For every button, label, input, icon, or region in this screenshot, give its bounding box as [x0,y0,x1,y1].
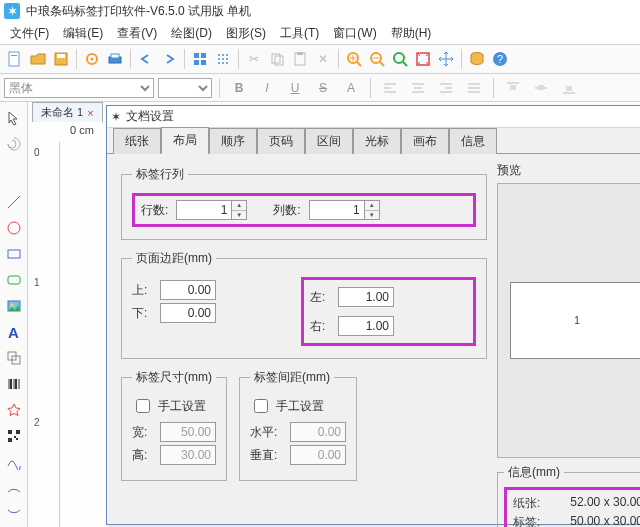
valign-bottom-icon[interactable] [557,77,581,99]
paper-size-key: 纸张: [513,495,540,512]
height-label: 高: [132,447,154,464]
arch-tool-icon[interactable] [2,502,26,526]
menu-view[interactable]: 查看(V) [111,23,163,44]
margin-top-input[interactable]: 0.00 [160,280,216,300]
info-legend: 信息(mm) [504,464,564,481]
align-center-icon[interactable] [406,77,430,99]
redo-icon[interactable] [158,48,180,70]
delete-icon[interactable]: ✕ [312,48,334,70]
tab-info[interactable]: 信息 [449,128,497,154]
db-icon[interactable] [466,48,488,70]
tab-range[interactable]: 区间 [305,128,353,154]
preview-label: 预览 [497,162,640,179]
spiral-tool-icon[interactable] [2,132,26,156]
italic-icon[interactable]: I [255,77,279,99]
strike-icon[interactable]: S [311,77,335,99]
valign-mid-icon[interactable] [529,77,553,99]
main-toolbar: ✂ ✕ ? [0,44,640,74]
undo-icon[interactable] [135,48,157,70]
group-tool-icon[interactable] [2,346,26,370]
zoom-in-icon[interactable] [343,48,365,70]
arc-tool-icon[interactable] [2,476,26,500]
valign-top-icon[interactable] [501,77,525,99]
cols-label: 列数: [273,202,300,219]
tab-page[interactable]: 页码 [257,128,305,154]
dialog-title-bar[interactable]: ✶ 文档设置 ✕ [107,106,640,128]
rows-spinner[interactable]: ▲▼ [232,200,247,220]
document-tab[interactable]: 未命名 1 × [32,102,103,122]
dots-icon[interactable] [212,48,234,70]
image-tool-icon[interactable] [2,294,26,318]
bold-icon[interactable]: B [227,77,251,99]
svg-rect-7 [111,54,119,58]
line-tool-icon[interactable] [2,190,26,214]
paste-icon[interactable] [289,48,311,70]
menu-tool[interactable]: 工具(T) [274,23,325,44]
text-tool-icon[interactable]: A [2,320,26,344]
settings-icon[interactable] [81,48,103,70]
tab-cursor[interactable]: 光标 [353,128,401,154]
tab-layout[interactable]: 布局 [161,127,209,154]
menu-help[interactable]: 帮助(H) [385,23,438,44]
margin-right-input[interactable]: 1.00 [338,316,394,336]
open-icon[interactable] [27,48,49,70]
cols-spinner[interactable]: ▲▼ [365,200,380,220]
canvas-area[interactable]: 未命名 1 × 0 cm 0 1 2 ✶ 文档设置 ✕ 纸张 布局 顺序 页码 … [28,102,640,527]
fullscreen-icon[interactable] [412,48,434,70]
align-right-icon[interactable] [434,77,458,99]
menu-shape[interactable]: 图形(S) [220,23,272,44]
star-tool-icon[interactable] [2,398,26,422]
margin-left-input[interactable]: 1.00 [338,287,394,307]
svg-rect-59 [8,276,20,284]
zoom-out-icon[interactable] [366,48,388,70]
cut-icon[interactable]: ✂ [243,48,265,70]
manual-size-checkbox[interactable]: 手工设置 [132,396,216,416]
font-name-select[interactable]: 黑体 [4,78,154,98]
label-grid-legend: 标签行列 [132,166,188,183]
manual-gap-checkbox[interactable]: 手工设置 [250,396,346,416]
align-left-icon[interactable] [378,77,402,99]
qrcode-tool-icon[interactable] [2,424,26,448]
circle-tool-icon[interactable] [2,216,26,240]
dialog-close-icon[interactable]: ✕ [635,109,640,124]
pointer-tool-icon[interactable] [2,106,26,130]
svg-rect-1 [11,55,17,56]
svg-point-16 [222,58,224,60]
rows-cols-highlight: 行数: 1 ▲▼ 列数: 1 ▲▼ [132,193,476,227]
close-tab-icon[interactable]: × [87,107,93,119]
paper-size-value: 52.00 x 30.00 [570,495,640,512]
svg-point-17 [226,58,228,60]
tab-paper[interactable]: 纸张 [113,128,161,154]
svg-rect-3 [57,54,65,58]
menu-edit[interactable]: 编辑(E) [57,23,109,44]
align-justify-icon[interactable] [462,77,486,99]
svg-rect-21 [272,54,280,63]
print-icon[interactable] [104,48,126,70]
menu-draw[interactable]: 绘图(D) [165,23,218,44]
text-effect-icon[interactable]: A [339,77,363,99]
tab-canvas[interactable]: 画布 [401,128,449,154]
rect-tool-icon[interactable] [2,242,26,266]
font-size-select[interactable] [158,78,212,98]
new-doc-icon[interactable] [4,48,26,70]
help-icon[interactable]: ? [489,48,511,70]
zoom-fit-icon[interactable] [389,48,411,70]
move-icon[interactable] [435,48,457,70]
curve-tool-icon[interactable] [2,450,26,474]
underline-icon[interactable]: U [283,77,307,99]
svg-rect-53 [538,85,544,90]
roundrect-tool-icon[interactable] [2,268,26,292]
grid-icon[interactable] [189,48,211,70]
copy-icon[interactable] [266,48,288,70]
save-icon[interactable] [50,48,72,70]
svg-point-5 [91,58,94,61]
rows-input[interactable]: 1 [176,200,232,220]
menu-window[interactable]: 窗口(W) [327,23,382,44]
side-toolbox: A [0,102,28,527]
barcode-tool-icon[interactable] [2,372,26,396]
tab-seq[interactable]: 顺序 [209,128,257,154]
margin-bottom-input[interactable]: 0.00 [160,303,216,323]
menu-file[interactable]: 文件(F) [4,23,55,44]
svg-point-13 [222,54,224,56]
cols-input[interactable]: 1 [309,200,365,220]
